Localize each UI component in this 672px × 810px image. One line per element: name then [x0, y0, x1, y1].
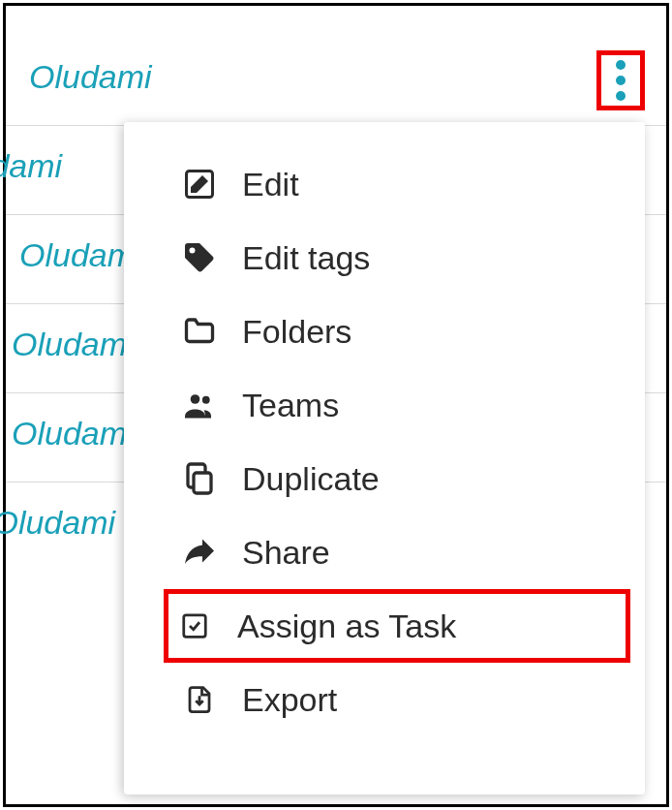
- item-name: ludami: [0, 147, 62, 184]
- item-name: Oludami: [12, 415, 135, 452]
- menu-item-share[interactable]: Share: [168, 515, 626, 589]
- tag-icon: [176, 238, 223, 277]
- menu-item-assign-task[interactable]: Assign as Task: [164, 589, 630, 663]
- menu-item-label: Edit: [242, 166, 299, 203]
- menu-item-folders[interactable]: Folders: [168, 295, 626, 368]
- menu-item-label: Export: [242, 681, 337, 719]
- menu-item-edit[interactable]: Edit: [168, 147, 626, 221]
- svg-rect-4: [184, 615, 206, 638]
- item-name: y Oludami: [0, 504, 115, 541]
- export-icon: [176, 680, 223, 719]
- folder-icon: [176, 312, 223, 351]
- duplicate-icon: [176, 459, 223, 498]
- svg-point-2: [202, 396, 210, 404]
- teams-icon: [176, 386, 223, 424]
- menu-item-teams[interactable]: Teams: [168, 368, 626, 442]
- kebab-dot-icon: [616, 76, 626, 85]
- menu-item-label: Assign as Task: [237, 608, 456, 645]
- item-name: Oludami: [29, 58, 152, 95]
- menu-item-export[interactable]: Export: [168, 663, 626, 736]
- more-options-button[interactable]: [596, 50, 645, 110]
- svg-point-1: [191, 394, 200, 404]
- list-row[interactable]: Oludami: [6, 37, 666, 126]
- menu-item-edit-tags[interactable]: Edit tags: [168, 221, 626, 295]
- task-icon: [171, 607, 218, 645]
- menu-item-label: Edit tags: [242, 239, 370, 277]
- kebab-dot-icon: [616, 60, 626, 70]
- menu-item-label: Folders: [242, 313, 351, 351]
- share-icon: [176, 533, 223, 572]
- menu-item-label: Share: [242, 534, 330, 572]
- item-name: Oludami: [12, 326, 135, 362]
- kebab-dot-icon: [616, 91, 626, 101]
- menu-item-label: Teams: [242, 387, 339, 424]
- edit-icon: [176, 165, 223, 203]
- context-menu: Edit Edit tags Folders: [124, 122, 645, 794]
- svg-rect-3: [194, 473, 211, 493]
- menu-item-label: Duplicate: [242, 460, 380, 498]
- menu-item-duplicate[interactable]: Duplicate: [168, 442, 626, 515]
